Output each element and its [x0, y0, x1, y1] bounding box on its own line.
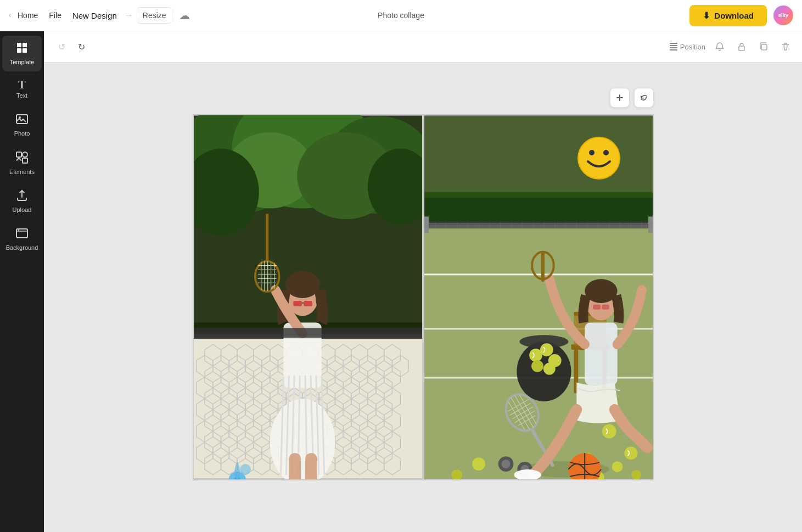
avatar-text: elity — [778, 13, 788, 18]
svg-point-115 — [472, 457, 485, 471]
sidebar-item-elements[interactable]: Elements — [2, 145, 42, 181]
elements-icon — [15, 151, 29, 166]
plus-icon — [615, 93, 624, 102]
svg-rect-2 — [17, 48, 21, 53]
main-layout: Template T Text Photo — [0, 31, 802, 532]
svg-rect-44 — [289, 453, 301, 479]
svg-point-143 — [589, 150, 595, 155]
collage-frame[interactable] — [193, 114, 654, 480]
duplicate-icon — [759, 42, 769, 52]
svg-rect-15 — [761, 44, 767, 50]
template-label: Template — [10, 59, 35, 66]
svg-rect-8 — [23, 158, 27, 163]
home-nav[interactable]: Home — [13, 8, 42, 23]
redo-button[interactable]: ↻ — [72, 38, 90, 55]
svg-rect-137 — [601, 305, 609, 310]
add-panel-button[interactable] — [610, 88, 630, 108]
photo-label: Photo — [14, 130, 30, 137]
download-button[interactable]: ⬇ Download — [689, 5, 767, 26]
svg-rect-72 — [648, 216, 653, 233]
bell-icon — [715, 42, 725, 52]
svg-rect-7 — [23, 152, 27, 157]
svg-point-105 — [540, 343, 553, 356]
delete-icon — [781, 42, 790, 52]
elements-label: Elements — [9, 169, 35, 176]
svg-point-130 — [501, 460, 510, 468]
svg-rect-65 — [424, 192, 653, 198]
toolbar: ↺ ↻ Position — [44, 31, 802, 63]
svg-point-144 — [603, 150, 609, 155]
topbar: ‹ Home File New Design → Resize ☁ Photo … — [0, 0, 802, 31]
upload-icon — [15, 189, 29, 204]
background-label: Background — [6, 244, 38, 251]
toolbar-right: Position — [669, 39, 793, 54]
svg-rect-32 — [304, 301, 312, 306]
toolbar-left: ↺ ↻ — [53, 38, 90, 55]
text-icon: T — [18, 79, 25, 90]
back-arrow[interactable]: ‹ — [9, 12, 11, 19]
svg-rect-66 — [424, 273, 653, 275]
svg-rect-31 — [293, 301, 302, 306]
resize-label: Resize — [143, 11, 166, 20]
svg-rect-0 — [17, 43, 21, 47]
svg-point-113 — [631, 470, 641, 479]
svg-rect-10 — [670, 45, 677, 46]
svg-point-53 — [240, 464, 251, 475]
collage-panel-left[interactable] — [194, 115, 422, 479]
lock-icon — [737, 42, 747, 52]
svg-rect-12 — [670, 43, 677, 44]
replace-icon — [640, 93, 648, 102]
svg-rect-6 — [16, 152, 21, 157]
photo-collage-label: Photo collage — [378, 11, 424, 20]
svg-rect-136 — [593, 305, 601, 310]
svg-point-112 — [612, 461, 622, 472]
topbar-left: ‹ Home File New Design → Resize ☁ — [9, 7, 689, 24]
smiley-sticker[interactable] — [577, 136, 621, 180]
sidebar-item-template[interactable]: Template — [2, 36, 42, 71]
sidebar: Template T Text Photo — [0, 31, 44, 532]
collage-actions — [610, 88, 654, 108]
sidebar-item-background[interactable]: Background — [2, 221, 42, 257]
svg-rect-14 — [739, 46, 744, 51]
photo-icon — [15, 113, 29, 128]
position-label: Position — [680, 43, 705, 51]
collage-wrapper — [193, 114, 654, 480]
download-icon: ⬇ — [703, 10, 710, 21]
lock-icon-btn[interactable] — [734, 39, 749, 54]
photo-left-svg — [194, 115, 422, 479]
replace-button[interactable] — [634, 88, 654, 108]
divider: → — [125, 10, 133, 20]
resize-btn[interactable]: Resize — [137, 7, 172, 24]
bell-icon-btn[interactable] — [712, 39, 727, 54]
svg-rect-3 — [23, 48, 27, 53]
topbar-right: ⬇ Download elity — [689, 5, 793, 26]
undo-button[interactable]: ↺ — [53, 38, 70, 55]
delete-icon-btn[interactable] — [778, 39, 793, 54]
svg-point-108 — [543, 363, 555, 375]
sidebar-item-text[interactable]: T Text — [2, 74, 42, 105]
duplicate-icon-btn[interactable] — [756, 39, 771, 54]
text-label: Text — [16, 92, 27, 99]
upload-label: Upload — [13, 206, 32, 214]
canvas-area: ↺ ↻ Position — [44, 31, 802, 532]
collage-panel-right[interactable] — [424, 115, 653, 479]
svg-rect-11 — [670, 47, 677, 48]
template-icon — [15, 41, 29, 57]
svg-rect-45 — [305, 453, 317, 479]
topbar-center: Photo collage — [378, 11, 424, 20]
layers-icon — [669, 42, 678, 51]
redo-icon: ↻ — [78, 42, 85, 52]
svg-rect-71 — [424, 216, 429, 233]
svg-rect-1 — [23, 43, 27, 47]
svg-point-30 — [285, 271, 319, 298]
canvas-content[interactable] — [44, 63, 802, 532]
design-title[interactable]: New Design — [68, 8, 121, 24]
svg-rect-46 — [194, 328, 422, 338]
sidebar-item-upload[interactable]: Upload — [2, 183, 42, 219]
position-btn[interactable]: Position — [669, 42, 705, 51]
cloud-icon: ☁ — [179, 9, 190, 22]
file-nav[interactable]: File — [44, 8, 66, 23]
sidebar-item-photo[interactable]: Photo — [2, 107, 42, 143]
avatar[interactable]: elity — [773, 5, 793, 25]
background-icon — [15, 227, 29, 242]
